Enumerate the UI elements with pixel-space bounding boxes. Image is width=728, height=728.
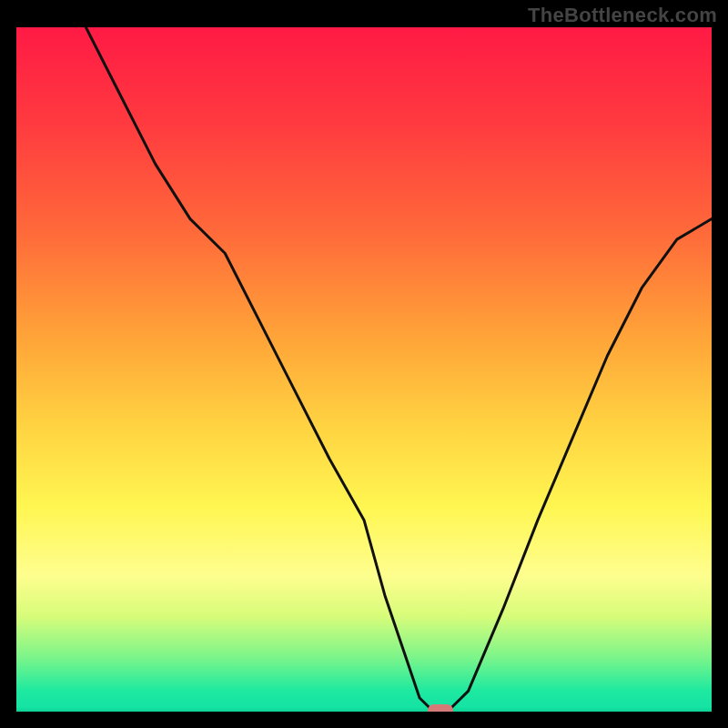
chart-frame: TheBottleneck.com: [0, 0, 728, 728]
watermark-text: TheBottleneck.com: [528, 4, 717, 27]
bottleneck-curve: [86, 27, 712, 712]
plot-area: [16, 27, 712, 712]
optimal-marker: [428, 704, 453, 712]
curve-svg: [16, 27, 712, 712]
